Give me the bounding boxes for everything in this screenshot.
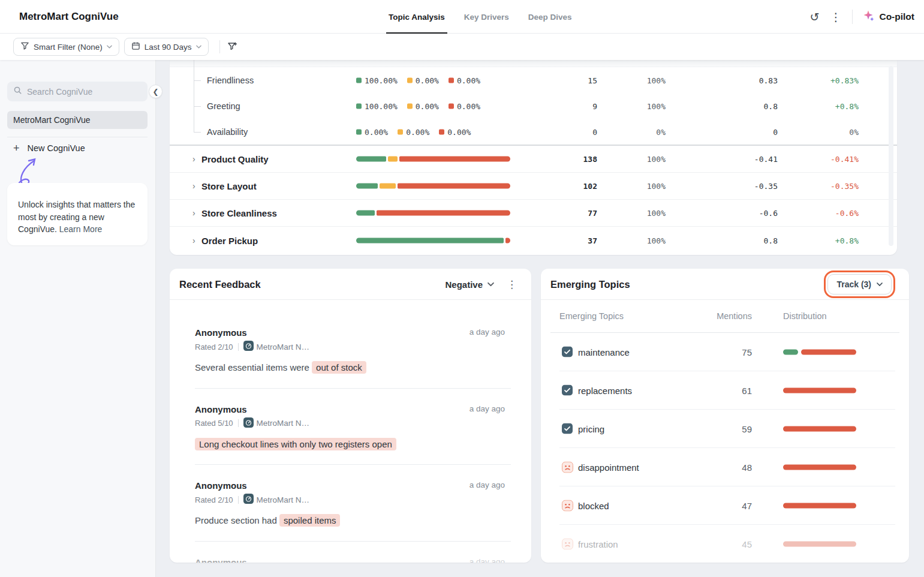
filter-bar: Smart Filter (None) Last 90 Days — [0, 34, 924, 60]
emerging-topic-row: maintenance75 — [541, 333, 909, 371]
refresh-icon[interactable]: ↺ — [810, 11, 820, 23]
mentions-value: 102 — [583, 182, 597, 191]
calendar-icon — [131, 41, 140, 52]
chevron-right-icon[interactable]: › — [192, 181, 195, 191]
search-icon — [13, 86, 22, 97]
mentions-value: 15 — [588, 76, 597, 85]
bar-segment-red — [505, 238, 510, 243]
topic-subrow[interactable]: Availability0.00%0.00%0.00%00%00% — [170, 119, 897, 145]
kebab-menu-icon[interactable]: ⋮ — [507, 278, 517, 290]
feedback-highlight: Long checkout lines with only two regist… — [195, 438, 396, 450]
topic-row[interactable]: ›Product Quality138100%-0.41-0.41% — [170, 146, 897, 173]
source-badge-icon — [243, 417, 254, 429]
sentiment-bar — [356, 211, 510, 216]
legend-item-pos: 100.00% — [356, 101, 398, 110]
delta-value: -0.6% — [835, 209, 859, 218]
distribution-segment-green — [783, 350, 798, 355]
distribution-bar — [783, 542, 856, 547]
feedback-rating: Rated 5/10 — [195, 419, 233, 428]
chevron-right-icon[interactable]: › — [192, 236, 195, 245]
sidebar-divider — [7, 137, 148, 137]
sidebar-item-metromart-cognivue[interactable]: MetroMart CogniVue — [7, 111, 148, 129]
emerging-topic-name: replacements — [578, 386, 632, 396]
bar-segment-green — [356, 184, 378, 189]
percent-value: 0% — [656, 127, 666, 136]
sentiment-filter-dropdown[interactable]: Negative — [445, 279, 494, 289]
tracked-checkbox-icon[interactable] — [562, 385, 573, 396]
feedback-timestamp: a day ago — [469, 404, 505, 413]
mentions-value: 138 — [583, 155, 597, 164]
add-filter-icon[interactable] — [227, 41, 238, 52]
topic-label: Store Layout — [201, 181, 257, 191]
tab-key-drivers[interactable]: Key Drivers — [464, 0, 509, 34]
sad-face-icon[interactable] — [562, 500, 573, 512]
feedback-source: MetroMart N… — [243, 494, 310, 506]
delta-value: +0.8% — [835, 101, 859, 110]
chevron-right-icon[interactable]: › — [192, 208, 195, 218]
chevron-down-icon — [196, 45, 201, 49]
smart-filter-button[interactable]: Smart Filter (None) — [13, 38, 119, 56]
legend-value-neg: 0.00% — [457, 101, 480, 110]
feedback-text: Several essential items were out of stoc… — [195, 361, 511, 375]
learn-more-link[interactable]: Learn More — [59, 224, 103, 234]
topic-row[interactable]: ›Store Layout102100%-0.35-0.35% — [170, 173, 897, 200]
source-name: MetroMart N… — [257, 495, 310, 504]
smart-filter-label: Smart Filter (None) — [34, 43, 103, 52]
sentiment-legend: 100.00%0.00%0.00% — [356, 76, 480, 85]
date-range-button[interactable]: Last 90 Days — [124, 38, 209, 56]
tracked-checkbox-icon[interactable] — [562, 423, 573, 435]
feedback-highlight: spoiled items — [279, 514, 341, 527]
percent-value: 100% — [647, 101, 666, 110]
copilot-button[interactable]: Co-pilot — [863, 10, 914, 24]
tree-tick — [194, 80, 201, 81]
mentions-value: 37 — [588, 236, 597, 245]
delta-value: +0.83% — [830, 76, 859, 85]
new-cognivue-button[interactable]: + New CogniVue — [13, 143, 85, 154]
kebab-menu-icon[interactable]: ⋮ — [830, 11, 841, 23]
percent-value: 100% — [647, 209, 666, 218]
emerging-topic-row: replacements61 — [541, 371, 909, 410]
delta-value: 0% — [849, 127, 859, 136]
feedback-item: AnonymousRated 5/10MetroMart N…a day ago… — [195, 389, 511, 465]
tab-topic-analysis[interactable]: Topic Analysis — [389, 0, 445, 34]
track-dropdown-button[interactable]: Track (3) — [827, 274, 892, 294]
topic-subrow[interactable]: Greeting100.00%0.00%0.00%9100%0.8+0.8% — [170, 93, 897, 119]
source-badge-icon — [243, 341, 254, 353]
feedback-text-plain: Several essential items were — [195, 362, 312, 372]
legend-value-pos: 0.00% — [365, 127, 388, 136]
legend-item-neu: 0.00% — [398, 127, 429, 136]
mentions-value: 0 — [592, 127, 597, 136]
topic-row[interactable]: ›Store Cleanliness77100%-0.6-0.6% — [170, 200, 897, 227]
sad-face-icon[interactable] — [562, 539, 573, 550]
topic-label: Order Pickup — [201, 235, 258, 245]
feedback-author: Anonymous — [195, 480, 511, 491]
tab-deep-dives[interactable]: Deep Dives — [528, 0, 572, 34]
emerging-topic-mentions: 59 — [742, 424, 752, 434]
topic-row[interactable]: ›Order Pickup37100%0.8+0.8% — [170, 227, 897, 254]
distribution-bar — [783, 465, 856, 470]
clipped-row-strip — [170, 60, 897, 67]
legend-value-neg: 0.00% — [447, 127, 471, 136]
percent-value: 100% — [647, 76, 666, 85]
feedback-item: AnonymousRated 3/10MetroMart N…a day ago — [195, 542, 511, 563]
distribution-bar — [783, 388, 856, 393]
chevron-right-icon[interactable]: › — [192, 154, 195, 164]
source-name: MetroMart N… — [257, 342, 310, 351]
score-value: 0.83 — [759, 76, 778, 85]
legend-swatch-pos — [356, 103, 362, 109]
sad-face-icon[interactable] — [562, 462, 573, 473]
legend-swatch-neg — [439, 129, 444, 134]
emerging-topic-mentions: 75 — [742, 347, 752, 357]
legend-item-pos: 100.00% — [356, 76, 398, 85]
delta-value: +0.8% — [835, 236, 859, 245]
distribution-segment-red — [783, 542, 856, 547]
feedback-item: AnonymousRated 2/10MetroMart N…a day ago… — [195, 465, 511, 542]
collapse-sidebar-button[interactable]: ❮ — [149, 85, 162, 98]
distribution-bar — [783, 426, 856, 432]
source-name: MetroMart N… — [257, 419, 310, 428]
search-input[interactable] — [27, 87, 142, 97]
table-scrollbar[interactable] — [889, 66, 893, 246]
tracked-checkbox-icon[interactable] — [562, 347, 573, 358]
topic-subrow[interactable]: Friendliness100.00%0.00%0.00%15100%0.83+… — [170, 67, 897, 93]
sidebar-search[interactable] — [7, 82, 148, 101]
